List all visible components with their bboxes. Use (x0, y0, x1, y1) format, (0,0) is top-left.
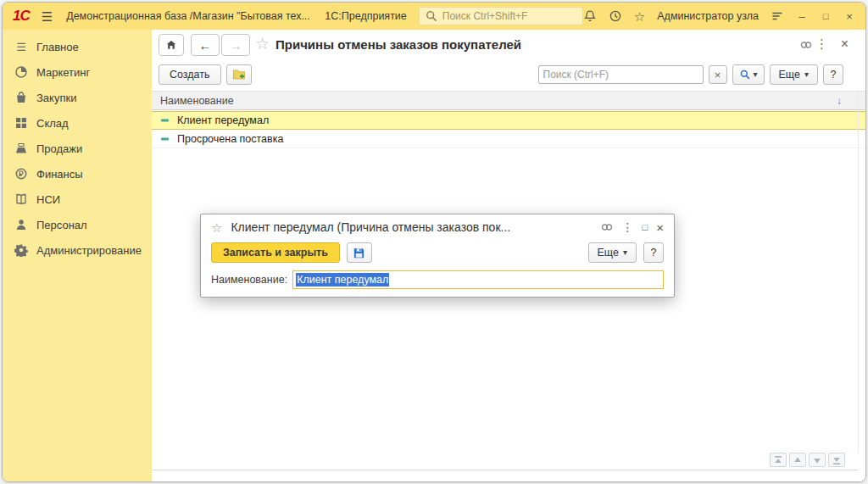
dialog-close-icon[interactable]: × (656, 220, 664, 235)
name-field-row: Наименование: Клиент передумал (201, 265, 674, 289)
clear-search-button[interactable]: × (709, 65, 727, 84)
list-right-border (858, 91, 859, 453)
arrow-down-icon (811, 454, 823, 466)
search-icon (425, 9, 438, 23)
help-button[interactable]: ? (823, 64, 843, 85)
pie-chart-icon (14, 65, 28, 79)
page-up-button[interactable] (789, 453, 806, 467)
current-user-menu[interactable]: Администратор узла (657, 10, 759, 22)
form-header: ← → ☆ Причины отмены заказов покупателей… (152, 30, 865, 60)
notifications-bell-icon[interactable] (583, 9, 597, 23)
1c-logo: 1С (13, 8, 30, 25)
back-button[interactable]: ← (191, 34, 220, 56)
dialog-toolbar: Записать и закрыть Еще ▾ ? (201, 240, 674, 265)
titlebar: 1С ☰ Демонстрационная база /Магазин "Быт… (3, 3, 865, 30)
window-close-button[interactable]: × (843, 11, 855, 22)
book-icon (14, 192, 28, 206)
sidebar-item-finansy[interactable]: Финансы (3, 161, 152, 186)
more-button-label: Еще (779, 69, 800, 81)
sidebar-item-label: Закупки (36, 92, 76, 104)
name-input[interactable]: Клиент передумал (292, 270, 664, 289)
list-navigation-buttons (770, 453, 845, 467)
sidebar-item-label: Склад (36, 117, 69, 130)
dropdown-caret-icon: ▾ (623, 248, 627, 257)
dialog-maximize-icon[interactable]: □ (643, 222, 648, 232)
sidebar-item-label: Персонал (36, 219, 87, 231)
sidebar-item-label: Администрирование (36, 244, 142, 257)
sidebar-item-label: Финансы (36, 168, 83, 181)
sidebar-item-administrirovanie[interactable]: Администрирование (3, 237, 152, 263)
sections-sidebar: ☰ Главное Маркетинг Закупки Склад Прод (3, 30, 152, 481)
menu-icon: ☰ (14, 42, 28, 53)
clear-icon: × (715, 69, 721, 81)
arrow-bottom-icon (831, 454, 843, 466)
form-close-icon[interactable]: × (841, 36, 849, 52)
more-button[interactable]: Еще ▾ (770, 64, 818, 85)
history-clock-icon[interactable] (609, 9, 622, 23)
shopping-bag-icon (14, 91, 28, 104)
get-link-icon[interactable] (799, 38, 813, 52)
dialog-more-menu-icon[interactable]: ⋮ (622, 220, 634, 234)
dialog-title: Клиент передумал (Причина отмены заказов… (231, 220, 591, 234)
sort-descending-icon: ↓ (837, 95, 842, 107)
back-arrow-icon: ← (199, 38, 212, 53)
table-row[interactable]: Просрочена поставка (152, 130, 865, 148)
arrow-top-icon (772, 454, 784, 466)
person-icon (14, 218, 28, 231)
main-menu-icon[interactable]: ☰ (42, 10, 53, 23)
sidebar-item-prodazhi[interactable]: Продажи (3, 136, 152, 161)
sidebar-item-nsi[interactable]: НСИ (3, 186, 152, 212)
home-button[interactable] (159, 34, 184, 56)
name-field-label: Наименование: (211, 274, 287, 286)
floppy-disk-icon (353, 247, 365, 259)
dialog-more-button[interactable]: Еще ▾ (588, 242, 637, 263)
window-maximize-button[interactable]: □ (820, 12, 832, 21)
go-to-top-button[interactable] (770, 453, 787, 467)
forward-arrow-icon: → (230, 38, 242, 53)
dialog-favorites-star-icon[interactable]: ☆ (211, 221, 222, 234)
global-search-box[interactable] (419, 7, 583, 25)
global-search-input[interactable] (442, 10, 577, 22)
forward-button[interactable]: → (221, 34, 250, 56)
find-button[interactable]: ▾ (732, 64, 765, 85)
sidebar-item-label: Маркетинг (36, 66, 90, 79)
sidebar-item-glavnoe[interactable]: ☰ Главное (3, 34, 152, 59)
dropdown-caret-icon: ▾ (754, 70, 758, 79)
sidebar-item-marketing[interactable]: Маркетинг (3, 59, 152, 85)
database-title: Демонстрационная база /Магазин "Бытовая … (66, 10, 310, 22)
favorites-star-icon[interactable]: ☆ (634, 10, 645, 23)
sidebar-item-zakupki[interactable]: Закупки (3, 85, 152, 110)
ruble-coin-icon (14, 167, 28, 181)
sidebar-item-sklad[interactable]: Склад (3, 110, 152, 136)
more-button-label: Еще (598, 247, 619, 259)
list-rows: Клиент передумал Просрочена поставка (152, 111, 865, 148)
page-down-button[interactable] (809, 453, 826, 467)
window-minimize-button[interactable]: – (796, 11, 808, 22)
sidebar-item-personal[interactable]: Персонал (3, 212, 152, 237)
dialog-help-button[interactable]: ? (643, 242, 664, 263)
sidebar-item-label: Продажи (36, 142, 82, 155)
tools-settings-icon[interactable] (771, 9, 784, 23)
table-header-name-column[interactable]: Наименование ↓ (152, 91, 865, 110)
save-and-close-button[interactable]: Записать и закрыть (211, 242, 340, 263)
list-search-box[interactable] (538, 65, 704, 84)
app-name: 1С:Предприятие (325, 10, 407, 22)
column-header-label: Наименование (160, 95, 837, 107)
save-button[interactable] (347, 242, 372, 263)
dialog-get-link-icon[interactable] (600, 220, 614, 234)
dropdown-caret-icon: ▾ (804, 70, 809, 79)
search-icon (739, 69, 751, 81)
item-edit-dialog: ☆ Клиент передумал (Причина отмены заказ… (200, 214, 675, 298)
create-group-button[interactable] (226, 64, 252, 85)
app-window: 1С ☰ Демонстрационная база /Магазин "Быт… (2, 2, 866, 482)
list-search-input[interactable] (543, 69, 698, 81)
table-row[interactable]: Клиент передумал (152, 111, 865, 130)
go-to-bottom-button[interactable] (828, 453, 845, 467)
selected-text: Клиент передумал (296, 273, 389, 287)
catalog-item-icon (160, 134, 170, 144)
form-more-menu-icon[interactable]: ⋮ (815, 36, 828, 52)
add-to-favorites-star-icon[interactable]: ☆ (255, 36, 270, 52)
sidebar-item-label: НСИ (36, 193, 60, 206)
window-title: Демонстрационная база /Магазин "Бытовая … (66, 10, 407, 22)
create-button[interactable]: Создать (159, 64, 221, 85)
